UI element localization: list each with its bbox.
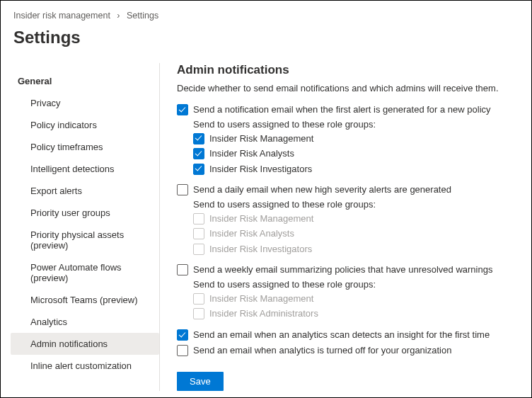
checkbox-role-irm-disabled — [193, 213, 204, 224]
role-label: Insider Risk Investigators — [209, 163, 312, 176]
role-label: Insider Risk Management — [209, 212, 313, 225]
sidebar-item-inline-alert-customization[interactable]: Inline alert customization — [11, 355, 159, 377]
role-label: Insider Risk Management — [209, 292, 313, 305]
checkbox-weekly-email[interactable] — [177, 264, 188, 275]
checkbox-first-alert[interactable] — [177, 104, 188, 115]
checkbox-role-irm[interactable] — [193, 133, 204, 144]
role-label: Insider Risk Management — [209, 132, 313, 145]
main-layout: General Privacy Policy indicators Policy… — [1, 59, 531, 391]
sidebar: General Privacy Policy indicators Policy… — [11, 59, 159, 391]
sidebar-item-priority-user-groups[interactable]: Priority user groups — [11, 202, 159, 224]
role-label: Insider Risk Analysts — [209, 147, 294, 160]
sidebar-item-intelligent-detections[interactable]: Intelligent detections — [11, 158, 159, 180]
save-button[interactable]: Save — [177, 372, 224, 391]
checkbox-analytics-off[interactable] — [177, 345, 188, 356]
option-analytics-off: Send an email when analytics is turned o… — [177, 344, 521, 357]
checkbox-role-irm-disabled-2 — [193, 293, 204, 305]
sidebar-item-export-alerts[interactable]: Export alerts — [11, 180, 159, 202]
role-label: Insider Risk Analysts — [209, 227, 294, 240]
sub-label-daily-email: Send to users assigned to these role gro… — [177, 199, 521, 210]
page-title: Settings — [1, 25, 531, 59]
option-daily-email: Send a daily email when new high severit… — [177, 183, 521, 255]
checkbox-role-investigators[interactable] — [193, 164, 204, 175]
sidebar-item-priority-physical-assets[interactable]: Priority physical assets (preview) — [11, 224, 159, 256]
breadcrumb: Insider risk management › Settings — [1, 1, 531, 25]
checkbox-role-analysts-disabled — [193, 228, 204, 239]
checkbox-role-admins-disabled — [193, 308, 204, 319]
breadcrumb-parent[interactable]: Insider risk management — [13, 11, 110, 21]
checkbox-role-investigators-disabled — [193, 244, 204, 255]
label-daily-email: Send a daily email when new high severit… — [193, 183, 451, 196]
sidebar-item-microsoft-teams[interactable]: Microsoft Teams (preview) — [11, 289, 159, 311]
breadcrumb-current: Settings — [127, 11, 158, 21]
role-label: Insider Risk Investigators — [209, 243, 312, 256]
sidebar-item-power-automate-flows[interactable]: Power Automate flows (preview) — [11, 256, 159, 289]
option-first-alert: Send a notification email when the first… — [177, 103, 521, 175]
sidebar-item-analytics[interactable]: Analytics — [11, 311, 159, 333]
sidebar-item-policy-indicators[interactable]: Policy indicators — [11, 114, 159, 136]
role-label: Insider Risk Administrators — [209, 307, 318, 320]
chevron-right-icon: › — [117, 11, 120, 21]
sub-label-weekly-email: Send to users assigned to these role gro… — [177, 279, 521, 290]
label-analytics-off: Send an email when analytics is turned o… — [193, 344, 451, 357]
sidebar-item-policy-timeframes[interactable]: Policy timeframes — [11, 136, 159, 158]
sidebar-group-label: General — [11, 72, 159, 92]
option-weekly-email: Send a weekly email summarizing policies… — [177, 263, 521, 320]
label-first-alert: Send a notification email when the first… — [193, 103, 491, 116]
content-panel: Admin notifications Decide whether to se… — [159, 63, 521, 391]
label-weekly-email: Send a weekly email summarizing policies… — [193, 263, 492, 276]
content-title: Admin notifications — [177, 63, 521, 83]
sub-label-first-alert: Send to users assigned to these role gro… — [177, 119, 521, 130]
checkbox-daily-email[interactable] — [177, 184, 188, 195]
checkbox-analytics-insight[interactable] — [177, 329, 188, 341]
sidebar-item-privacy[interactable]: Privacy — [11, 92, 159, 114]
checkbox-role-analysts[interactable] — [193, 148, 204, 159]
sidebar-item-admin-notifications[interactable]: Admin notifications — [11, 333, 159, 355]
content-description: Decide whether to send email notificatio… — [177, 83, 521, 103]
label-analytics-insight: Send an email when an analytics scan det… — [193, 329, 490, 341]
option-analytics-insight: Send an email when an analytics scan det… — [177, 329, 521, 341]
